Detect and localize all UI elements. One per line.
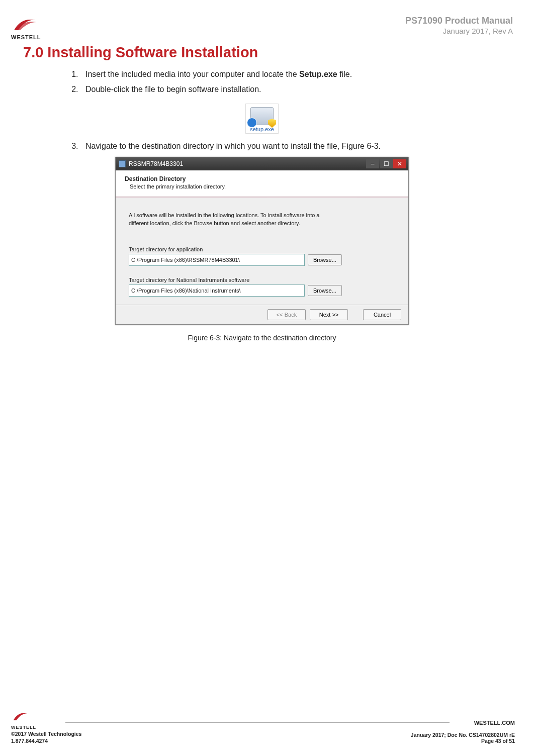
step-list-2: Navigate to the destination directory in… bbox=[66, 139, 513, 154]
footer-copyright: ©2017 Westell Technologies bbox=[11, 731, 81, 737]
close-button[interactable]: ✕ bbox=[393, 159, 406, 168]
manual-title: PS71090 Product Manual January 2017, Rev… bbox=[405, 15, 513, 36]
figure-caption: Figure 6-3: Navigate to the destination … bbox=[11, 334, 513, 342]
dialog-body-p1: All software will be installed in the fo… bbox=[129, 212, 395, 218]
install-dialog: RSSMR78M4B3301 – ☐ ✕ Destination Directo… bbox=[115, 157, 409, 325]
ni-dir-input[interactable] bbox=[129, 285, 305, 297]
swoosh-icon bbox=[11, 15, 39, 35]
footer-brand: WESTELL bbox=[11, 725, 36, 730]
app-dir-label: Target directory for application bbox=[129, 246, 395, 252]
step-1-text-post: file. bbox=[337, 70, 352, 78]
dialog-header-title: Destination Directory bbox=[125, 175, 399, 182]
footer-page: Page 43 of 51 bbox=[411, 738, 515, 744]
step-1: Insert the included media into your comp… bbox=[80, 67, 513, 82]
next-button[interactable]: Next >> bbox=[310, 309, 348, 320]
step-3: Navigate to the destination directory in… bbox=[80, 139, 513, 154]
app-icon bbox=[119, 160, 126, 167]
manual-title-line2: January 2017, Rev A bbox=[405, 27, 513, 36]
brand-text: WESTELL bbox=[11, 34, 41, 40]
ni-dir-label: Target directory for National Instrument… bbox=[129, 277, 395, 283]
step-2: Double-click the file to begin software … bbox=[80, 82, 513, 97]
app-dir-input[interactable] bbox=[129, 254, 305, 266]
manual-title-line1: PS71090 Product Manual bbox=[405, 15, 513, 27]
minimize-button[interactable]: – bbox=[366, 159, 379, 168]
dialog-header-subtitle: Select the primary installation director… bbox=[130, 183, 399, 190]
footer-logo: WESTELL bbox=[11, 710, 36, 730]
titlebar: RSSMR78M4B3301 – ☐ ✕ bbox=[116, 157, 408, 170]
cancel-button[interactable]: Cancel bbox=[363, 309, 401, 320]
step-list: Insert the included media into your comp… bbox=[66, 67, 513, 97]
footer-phone: 1.877.844.4274 bbox=[11, 738, 48, 744]
ni-dir-browse-button[interactable]: Browse... bbox=[308, 285, 342, 296]
step-1-text-pre: Insert the included media into your comp… bbox=[85, 70, 299, 78]
app-dir-browse-button[interactable]: Browse... bbox=[308, 254, 342, 265]
footer-docno: January 2017; Doc No. CS14702802UM rE bbox=[411, 732, 515, 738]
section-heading: 7.0 Installing Software Installation bbox=[23, 44, 513, 61]
step-1-bold: Setup.exe bbox=[299, 70, 337, 78]
dialog-body-p2: different location, click the Browse but… bbox=[129, 220, 395, 226]
dialog-header: Destination Directory Select the primary… bbox=[116, 170, 408, 197]
setup-exe-icon: setup.exe bbox=[245, 104, 279, 134]
maximize-button[interactable]: ☐ bbox=[380, 159, 393, 168]
window-title: RSSMR78M4B3301 bbox=[129, 160, 183, 167]
back-button[interactable]: << Back bbox=[268, 309, 306, 320]
dialog-footer: << Back Next >> Cancel bbox=[116, 305, 408, 324]
dialog-body: All software will be installed in the fo… bbox=[116, 197, 408, 305]
logo: WESTELL bbox=[11, 15, 41, 40]
